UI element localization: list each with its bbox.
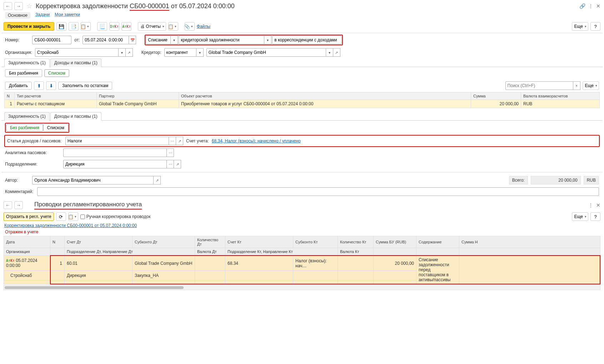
creditor-input[interactable] bbox=[206, 48, 326, 57]
lh-sumn[interactable]: Сумма Н bbox=[459, 236, 600, 248]
org-dd[interactable]: ▾ bbox=[119, 48, 126, 57]
article-open-icon[interactable]: ↗ bbox=[176, 137, 183, 145]
col-sum[interactable]: Сумма bbox=[471, 92, 521, 100]
lh-qkt[interactable]: Количество Кт bbox=[338, 236, 374, 248]
link-icon[interactable]: 🔗 bbox=[579, 3, 585, 9]
doc-link[interactable]: Корректировка задолженности СБ00-000001 … bbox=[4, 223, 137, 228]
number-input[interactable] bbox=[32, 36, 71, 44]
op2-input[interactable] bbox=[179, 36, 264, 44]
number-label: Номер: bbox=[5, 37, 29, 42]
move-down-button[interactable]: ⬇ bbox=[46, 81, 56, 90]
ledger-row[interactable]: AтKт 05.07.2024 0:00:00 1 60.01 Global T… bbox=[4, 256, 600, 271]
close-icon[interactable]: ✕ bbox=[596, 3, 600, 9]
analytics-input[interactable] bbox=[63, 148, 167, 157]
more-button[interactable]: Еще bbox=[572, 22, 588, 31]
op1-input[interactable] bbox=[146, 36, 171, 44]
lh-sdt[interactable]: Субконто Дт bbox=[133, 236, 195, 248]
lh-skt[interactable]: Субконто Кт bbox=[293, 236, 338, 248]
nav2-back-button[interactable]: ← bbox=[4, 201, 12, 209]
files-link[interactable]: Файлы bbox=[197, 24, 210, 29]
op1-dd[interactable]: ▾ bbox=[171, 36, 178, 44]
more2-button[interactable]: Еще bbox=[572, 212, 588, 221]
col-obj[interactable]: Объект расчетов bbox=[179, 92, 471, 100]
reflect-button[interactable]: Отразить в регл. учете bbox=[4, 212, 54, 221]
search-clear-icon[interactable]: × bbox=[573, 81, 580, 90]
article-input[interactable] bbox=[65, 137, 169, 145]
save-button[interactable]: 💾 bbox=[56, 22, 66, 31]
list2-button[interactable]: Списком bbox=[43, 124, 68, 132]
article-dots-icon[interactable]: ⋯ bbox=[169, 137, 176, 145]
lh2-curkt: Валюта Кт bbox=[338, 248, 374, 256]
dtkt-button[interactable]: DтKт bbox=[109, 22, 119, 31]
print-button[interactable]: 📋 bbox=[168, 22, 178, 31]
move-up-button[interactable]: ⬆ bbox=[34, 81, 44, 90]
lh-date[interactable]: Дата bbox=[4, 236, 50, 248]
kebab2-icon[interactable]: ⋮ bbox=[588, 202, 593, 208]
lh-qdt[interactable]: Количество Дт bbox=[195, 236, 225, 248]
analytics-dots-icon[interactable]: ⋯ bbox=[167, 148, 174, 157]
lh-n[interactable]: N bbox=[50, 236, 65, 248]
kebab-icon[interactable]: ⋮ bbox=[588, 3, 593, 9]
creditor-dd[interactable]: ▾ bbox=[326, 48, 333, 57]
fill-button[interactable]: Заполнить по остаткам bbox=[58, 82, 112, 90]
nav-notes[interactable]: Мои заметки bbox=[55, 12, 80, 19]
lh-cont[interactable]: Содержание bbox=[416, 236, 459, 248]
lh-dt[interactable]: Счет Дт bbox=[65, 236, 133, 248]
org-open-icon[interactable]: ↗ bbox=[126, 48, 133, 57]
no-split-button[interactable]: Без разбиения bbox=[5, 69, 42, 77]
copy-button[interactable]: 📋 bbox=[81, 22, 91, 31]
manual-checkbox[interactable] bbox=[80, 214, 85, 219]
date-input[interactable] bbox=[83, 36, 129, 44]
comment-label: Комментарий: bbox=[5, 189, 34, 194]
table-row[interactable]: 1 Расчеты с поставщиком Global Trade Com… bbox=[5, 100, 600, 108]
attach-button[interactable]: 📎 bbox=[185, 22, 195, 31]
post-button[interactable]: 📑 bbox=[69, 22, 79, 31]
op3-input[interactable] bbox=[272, 36, 342, 44]
col-n[interactable]: N bbox=[5, 92, 15, 100]
tab2-income[interactable]: Доходы и пассивы (1) bbox=[50, 112, 101, 121]
lh-kt[interactable]: Счет Кт bbox=[225, 236, 293, 248]
creditor-open-icon[interactable]: ↗ bbox=[333, 48, 340, 57]
close2-icon[interactable]: ✕ bbox=[596, 202, 600, 208]
account-link[interactable]: 68.34, Налог (взносы): начислено / уплач… bbox=[212, 138, 301, 143]
calendar-icon[interactable]: 📅 bbox=[129, 36, 136, 44]
tab-income[interactable]: Доходы и пассивы (1) bbox=[50, 59, 101, 67]
no-split2-button[interactable]: Без разбиения bbox=[6, 124, 43, 132]
nav2-forward-button[interactable]: → bbox=[14, 201, 23, 209]
col-partner[interactable]: Партнер bbox=[97, 92, 179, 100]
reports-button[interactable]: 🖨 Отчеты bbox=[138, 22, 166, 31]
dep-open-icon[interactable]: ↗ bbox=[174, 160, 181, 168]
col-type[interactable]: Тип расчетов bbox=[15, 92, 97, 100]
help2-button[interactable]: ? bbox=[590, 212, 600, 221]
search-input[interactable] bbox=[505, 81, 573, 90]
creditor-type-dd[interactable]: ▾ bbox=[196, 48, 204, 57]
creditor-type-input[interactable] bbox=[164, 48, 196, 57]
dep-dots-icon[interactable]: ⋯ bbox=[167, 160, 174, 168]
structure-button[interactable]: 📃 bbox=[97, 22, 107, 31]
dep-input[interactable] bbox=[63, 160, 167, 168]
copy2-button[interactable]: 📋 bbox=[68, 212, 78, 221]
op2-dd[interactable]: ▾ bbox=[264, 36, 271, 44]
table-more-button[interactable]: Еще bbox=[583, 81, 599, 90]
nav-forward-button[interactable]: → bbox=[14, 2, 23, 10]
help-button[interactable]: ? bbox=[590, 22, 600, 31]
tab-debt[interactable]: Задолженность (1) bbox=[4, 59, 50, 67]
h-scrollbar[interactable] bbox=[4, 285, 600, 290]
refresh-button[interactable]: ⟳ bbox=[56, 212, 66, 221]
nav-back-button[interactable]: ← bbox=[4, 2, 12, 10]
author-open-icon[interactable]: ↗ bbox=[154, 176, 161, 184]
lh2-depdt: Подразделение Дт, Направление Дт bbox=[65, 248, 195, 256]
star-icon[interactable]: ☆ bbox=[26, 2, 32, 10]
nav-tasks[interactable]: Задачи bbox=[35, 12, 50, 19]
tab2-debt[interactable]: Задолженность (1) bbox=[4, 112, 50, 121]
lh-sum[interactable]: Сумма БУ (RUB) bbox=[374, 236, 416, 248]
add-button[interactable]: Добавить bbox=[5, 82, 32, 90]
nav-main[interactable]: Основное bbox=[5, 12, 30, 19]
dtkt-alt-button[interactable]: AтKт bbox=[121, 22, 131, 31]
post-close-button[interactable]: Провести и закрыть bbox=[4, 22, 54, 31]
org-input[interactable] bbox=[35, 48, 119, 57]
list-button[interactable]: Списком bbox=[44, 69, 69, 77]
author-input[interactable] bbox=[32, 176, 154, 184]
comment-input[interactable] bbox=[37, 187, 599, 196]
col-curr[interactable]: Валюта взаиморасчетов bbox=[521, 92, 600, 100]
